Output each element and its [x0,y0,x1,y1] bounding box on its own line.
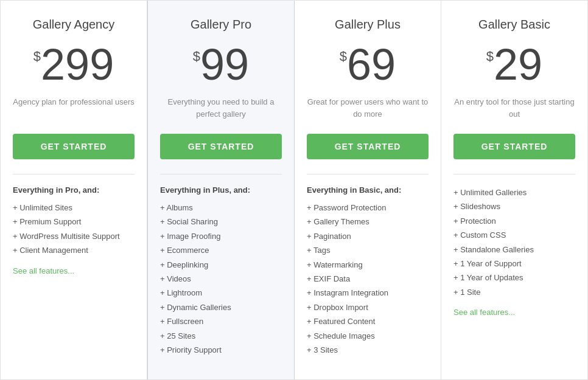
feature-item: + Password Protection [307,201,429,215]
feature-item: + Standalone Galleries [453,243,575,257]
feature-item: + Featured Content [307,314,429,328]
feature-item: + 25 Sites [160,329,282,343]
plan-plus-description: Great for power users who want to do mor… [307,96,429,120]
feature-item: + Custom CSS [453,228,575,242]
plan-basic: Gallery Basic$29An entry tool for those … [441,1,587,379]
feature-item: + 1 Year of Updates [453,271,575,285]
plan-pro-name: Gallery Pro [160,18,282,32]
plan-agency-name: Gallery Agency [13,18,135,32]
plan-basic-description: An entry tool for those just starting ou… [453,96,575,120]
pricing-table: Gallery Agency$299Agency plan for profes… [0,0,588,380]
feature-item: + Client Management [13,243,135,257]
feature-item: + WordPress Multisite Support [13,229,135,243]
feature-item: + Tags [307,243,429,257]
feature-item: + Albums [160,201,282,215]
feature-item: + Watermarking [307,258,429,272]
feature-item: + 1 Year of Support [453,257,575,271]
plan-agency-dollar: $ [33,49,41,64]
feature-item: + Instagram Integration [307,286,429,300]
plan-agency-features-list: + Unlimited Sites+ Premium Support+ Word… [13,201,135,258]
plan-agency-features-title: Everything in Pro, and: [13,185,135,195]
plan-basic-get-started-button[interactable]: GET STARTED [453,134,575,159]
feature-item: + Fullscreen [160,314,282,328]
plan-agency-get-started-button[interactable]: GET STARTED [13,134,135,159]
plan-plus-features-title: Everything in Basic, and: [307,185,429,195]
plan-agency-see-all-features-link[interactable]: See all features... [13,266,135,275]
plan-basic-dollar: $ [486,49,494,64]
plan-pro-price-amount: 99 [200,43,249,86]
plan-pro-divider [160,174,282,174]
plan-pro-get-started-button[interactable]: GET STARTED [160,134,282,159]
plan-pro-features-list: + Albums+ Social Sharing+ Image Proofing… [160,201,282,357]
feature-item: + Gallery Themes [307,215,429,229]
feature-item: + EXIF Data [307,272,429,286]
feature-item: + 1 Site [453,285,575,299]
plan-plus-get-started-button[interactable]: GET STARTED [307,134,429,159]
plan-pro-price-row: $99 [160,43,282,86]
plan-agency-price-amount: 299 [41,43,114,86]
feature-item: + Priority Support [160,343,282,357]
plan-pro-description: Everything you need to build a perfect g… [160,96,282,120]
plan-basic-price-row: $29 [453,43,575,86]
feature-item: + Slideshows [453,199,575,213]
feature-item: + Protection [453,214,575,228]
feature-item: + Image Proofing [160,229,282,243]
feature-item: + 3 Sites [307,343,429,357]
feature-item: + Premium Support [13,215,135,229]
plan-pro: Gallery Pro$99Everything you need to bui… [147,1,295,379]
plan-agency-divider [13,174,135,174]
feature-item: + Pagination [307,229,429,243]
plan-plus-name: Gallery Plus [307,18,429,32]
plan-basic-divider [453,174,575,174]
feature-item: + Deeplinking [160,258,282,272]
plan-basic-name: Gallery Basic [453,18,575,32]
plan-plus-features-list: + Password Protection+ Gallery Themes+ P… [307,201,429,357]
plan-agency-price-row: $299 [13,43,135,86]
plan-basic-features-list: + Unlimited Galleries+ Slideshows+ Prote… [453,185,575,299]
feature-item: + Unlimited Sites [13,201,135,215]
plan-basic-price-amount: 29 [494,43,542,86]
feature-item: + Social Sharing [160,215,282,229]
feature-item: + Dynamic Galleries [160,300,282,314]
plan-pro-features-title: Everything in Plus, and: [160,185,282,195]
plan-pro-dollar: $ [193,49,200,64]
feature-item: + Ecommerce [160,243,282,257]
plan-basic-see-all-features-link[interactable]: See all features... [453,308,575,317]
plan-plus-price-row: $69 [307,43,429,86]
plan-plus-dollar: $ [340,49,347,64]
feature-item: + Dropbox Import [307,300,429,314]
feature-item: + Videos [160,272,282,286]
plan-agency: Gallery Agency$299Agency plan for profes… [1,1,147,379]
plan-agency-description: Agency plan for professional users [13,96,135,120]
plan-plus: Gallery Plus$69Great for power users who… [295,1,441,379]
feature-item: + Lightroom [160,286,282,300]
feature-item: + Unlimited Galleries [453,185,575,199]
plan-plus-price-amount: 69 [347,43,396,86]
plan-plus-divider [307,174,429,174]
feature-item: + Schedule Images [307,329,429,343]
